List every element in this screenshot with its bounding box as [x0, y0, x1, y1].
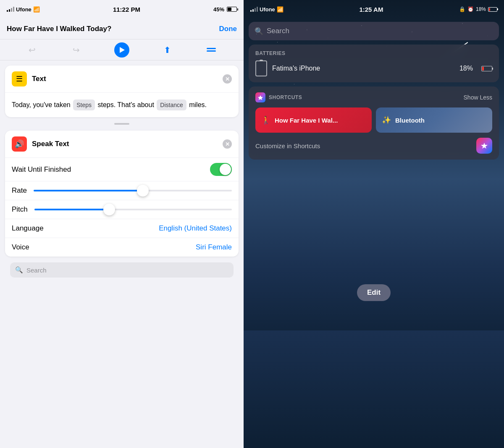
walk-icon: 🚶	[261, 115, 270, 125]
speak-card-header-left: 🔊 Speak Text	[12, 136, 69, 152]
pitch-thumb[interactable]	[103, 204, 115, 215]
section-divider	[5, 123, 239, 125]
speak-card-icon: 🔊	[12, 136, 27, 152]
pitch-slider[interactable]	[34, 209, 232, 210]
status-bar-right: Ufone 📶 1:25 AM 🔒 ⏰ 18%	[244, 0, 504, 18]
edit-button[interactable]: Edit	[357, 284, 391, 301]
pitch-label: Pitch	[12, 205, 28, 214]
show-less-button[interactable]: Show Less	[464, 94, 492, 101]
batteries-widget: BATTERIES Fatima's iPhone 18%	[249, 45, 499, 82]
redo-button[interactable]: ↪	[70, 44, 83, 56]
wifi-icon-left: 📶	[33, 6, 40, 13]
pitch-row: Pitch	[5, 200, 239, 219]
widget-area: 🔍 Search BATTERIES Fatima's iPhone 18%	[244, 18, 504, 167]
run-button[interactable]	[114, 42, 129, 58]
battery-icon-left	[227, 7, 237, 12]
wait-label: Wait Until Finished	[12, 165, 71, 174]
customize-row: Customize in Shortcuts	[255, 138, 492, 154]
rate-slider[interactable]	[34, 190, 232, 191]
alarm-icon-right: ⏰	[467, 6, 474, 12]
water-area	[244, 330, 504, 448]
wait-toggle[interactable]	[210, 163, 232, 176]
language-label: Language	[12, 224, 44, 233]
text-card-header: ☰ Text ✕	[5, 65, 239, 93]
status-icons-right: 🔒 ⏰ 18%	[459, 6, 497, 12]
shortcuts-grid: 🚶 How Far Have I Wal... ✨ Bluetooth	[255, 107, 492, 133]
speak-card-close[interactable]: ✕	[223, 139, 232, 149]
rate-label: Rate	[12, 186, 27, 195]
customize-label[interactable]: Customize in Shortcuts	[255, 142, 320, 149]
steps-token[interactable]: Steps	[73, 100, 95, 110]
voice-label: Voice	[12, 243, 29, 252]
search-icon-left: 🔍	[15, 266, 23, 274]
status-bar-left: Ufone 📶 11:22 PM 45%	[0, 0, 244, 18]
search-placeholder-left: Search	[26, 267, 47, 274]
right-panel: Ufone 📶 1:25 AM 🔒 ⏰ 18% 🔍 Search BATTERI…	[244, 0, 504, 448]
shortcuts-app-icon-small	[255, 92, 265, 102]
time-left: 11:22 PM	[113, 6, 140, 13]
shortcut-walked-label: How Far Have I Wal...	[275, 117, 338, 124]
pitch-track	[34, 209, 232, 210]
carrier-right: Ufone 📶	[250, 6, 284, 13]
shortcuts-widget: SHORTCUTS Show Less 🚶 How Far Have I Wal…	[249, 86, 499, 160]
carrier-name-right: Ufone	[260, 6, 275, 13]
text-card-body: Today, you've taken Steps steps. That's …	[5, 93, 239, 117]
signal-icon-right	[250, 7, 258, 12]
signal-icon	[7, 7, 14, 12]
rate-row: Rate	[5, 181, 239, 200]
content-area: ☰ Text ✕ Today, you've taken Steps steps…	[0, 60, 244, 448]
battery-icon-right	[488, 7, 497, 12]
left-panel: Ufone 📶 11:22 PM 45% How Far Have I Walk…	[0, 0, 244, 448]
search-bar-left[interactable]: 🔍 Search	[10, 262, 234, 278]
shortcut-bluetooth-button[interactable]: ✨ Bluetooth	[376, 107, 492, 133]
shortcuts-section-title: SHORTCUTS	[269, 94, 302, 100]
undo-button[interactable]: ↩	[26, 44, 39, 56]
rate-fill	[34, 190, 143, 191]
voice-row[interactable]: Voice Siri Female	[5, 238, 239, 257]
device-battery-pct: 18%	[459, 65, 473, 72]
text-card: ☰ Text ✕ Today, you've taken Steps steps…	[5, 65, 239, 117]
text-card-header-left: ☰ Text	[12, 71, 46, 86]
time-right: 1:25 AM	[359, 6, 383, 13]
text-content: Today, you've taken Steps steps. That's …	[12, 100, 232, 110]
distance-token[interactable]: Distance	[157, 100, 186, 110]
speak-card-title: Speak Text	[32, 140, 69, 148]
shortcuts-app-icon[interactable]	[476, 138, 492, 154]
nav-bar-left: How Far Have I Walked Today? Done	[0, 18, 244, 39]
search-icon-right: 🔍	[255, 27, 263, 36]
toggle-view-button[interactable]	[205, 44, 218, 56]
device-icon	[255, 60, 267, 76]
shortcut-walked-button[interactable]: 🚶 How Far Have I Wal...	[255, 107, 372, 133]
battery-pct-right: 18%	[476, 6, 486, 12]
battery-pct-left: 45%	[213, 6, 224, 13]
voice-value: Siri Female	[196, 243, 232, 252]
share-button[interactable]: ⬆	[161, 44, 173, 56]
language-row[interactable]: Language English (United States)	[5, 219, 239, 238]
wait-finished-row: Wait Until Finished	[5, 158, 239, 181]
wifi-icon-right: 📶	[277, 6, 284, 13]
bluetooth-icon: ✨	[382, 115, 391, 125]
device-battery-bar	[481, 66, 492, 71]
text-card-close[interactable]: ✕	[223, 74, 232, 84]
shortcut-bluetooth-label: Bluetooth	[395, 117, 425, 124]
speak-text-card: 🔊 Speak Text ✕ Wait Until Finished Rate	[5, 131, 239, 257]
device-name: Fatima's iPhone	[272, 65, 454, 72]
carrier-left: Ufone 📶	[7, 6, 40, 13]
search-placeholder-right: Search	[267, 27, 289, 35]
shortcuts-header: SHORTCUTS Show Less	[255, 92, 492, 102]
battery-device-row: Fatima's iPhone 18%	[255, 60, 492, 76]
speak-card-header: 🔊 Speak Text ✕	[5, 131, 239, 158]
batteries-section-title: BATTERIES	[255, 50, 492, 56]
carrier-name-left: Ufone	[16, 6, 32, 13]
rate-track	[34, 190, 232, 191]
page-title: How Far Have I Walked Today?	[7, 25, 111, 33]
rate-thumb[interactable]	[137, 185, 149, 196]
toolbar: ↩ ↪ ⬆	[0, 39, 244, 60]
language-value: English (United States)	[159, 224, 232, 233]
status-right-left: 45%	[213, 6, 237, 13]
lock-icon-right: 🔒	[459, 6, 465, 12]
pitch-fill	[34, 209, 110, 210]
search-widget[interactable]: 🔍 Search	[249, 22, 499, 40]
done-button[interactable]: Done	[219, 25, 237, 33]
text-card-icon: ☰	[12, 71, 27, 86]
